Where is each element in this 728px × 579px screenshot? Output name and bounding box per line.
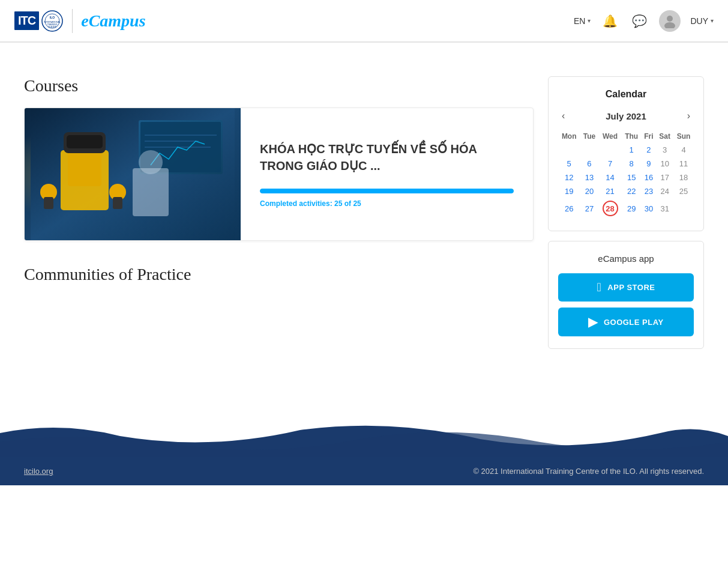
svg-text:CENTRE: CENTRE <box>48 26 57 28</box>
app-widget-title: eCampus app <box>558 253 694 264</box>
right-sidebar: Calendar ‹ July 2021 › Mon Tue Wed Thu F… <box>548 76 704 349</box>
svg-rect-22 <box>133 168 169 216</box>
calendar-week-row: 19202122232425 <box>558 184 694 198</box>
calendar-day-cell[interactable]: 4 <box>673 143 694 157</box>
calendar-day-cell[interactable]: 21 <box>599 184 622 198</box>
calendar-day-cell[interactable]: 2 <box>642 143 657 157</box>
calendar-week-row: 567891011 <box>558 157 694 171</box>
chevron-down-icon: ▾ <box>588 17 591 24</box>
calendar-day-cell[interactable]: 3 <box>656 143 673 157</box>
calendar-day-cell[interactable]: 9 <box>642 157 657 171</box>
calendar-day-cell[interactable]: 6 <box>580 157 598 171</box>
user-name-label: DUY <box>690 16 708 26</box>
calendar-day-cell[interactable]: 26 <box>558 198 580 219</box>
wave-svg <box>0 421 728 457</box>
calendar-day-cell[interactable]: 11 <box>673 157 694 171</box>
calendar-day-cell[interactable]: 24 <box>656 184 673 198</box>
avatar <box>659 10 681 32</box>
calendar-day-cell[interactable]: 18 <box>673 171 694 184</box>
header: ITC ILO INTERNATIONAL TRAINING CENTRE eC… <box>0 0 728 42</box>
course-image <box>25 108 241 240</box>
cal-header-fri: Fri <box>642 130 657 143</box>
notifications-button[interactable]: 🔔 <box>600 11 620 31</box>
svg-point-23 <box>139 150 163 174</box>
svg-text:ILO: ILO <box>50 16 55 19</box>
calendar-day-cell[interactable]: 5 <box>558 157 580 171</box>
calendar-day-cell[interactable]: 13 <box>580 171 598 184</box>
user-chevron-icon: ▾ <box>711 17 714 24</box>
calendar-day-cell[interactable]: 30 <box>642 198 657 219</box>
calendar-day-cell[interactable]: 31 <box>656 198 673 219</box>
completed-current: 25 <box>334 199 342 208</box>
progress-bar-fill <box>260 189 514 193</box>
calendar-day-cell[interactable]: 27 <box>580 198 598 219</box>
cal-header-tue: Tue <box>580 130 598 143</box>
calendar-day-cell[interactable]: 8 <box>622 157 642 171</box>
logo-divider <box>72 9 73 33</box>
calendar-day-cell[interactable]: 10 <box>656 157 673 171</box>
completed-total: 25 <box>353 199 361 208</box>
calendar-day-cell[interactable]: 14 <box>599 171 622 184</box>
calendar-next-button[interactable]: › <box>684 109 694 123</box>
calendar-day-cell[interactable]: 15 <box>622 171 642 184</box>
app-store-button[interactable]:  APP STORE <box>558 273 694 302</box>
calendar-week-row: 1234 <box>558 143 694 157</box>
calendar-day-cell[interactable]: 17 <box>656 171 673 184</box>
itc-combined-logo: ITC ILO INTERNATIONAL TRAINING CENTRE <box>14 10 64 32</box>
play-icon: ▶ <box>588 315 598 329</box>
cal-header-thu: Thu <box>622 130 642 143</box>
calendar-month-year: July 2021 <box>606 111 646 121</box>
footer-link[interactable]: itcilo.org <box>24 467 53 476</box>
course-card[interactable]: KHÓA HỌC TRỰC TUYẾN VỀ SỐ HÓA TRONG GIÁO… <box>24 108 534 241</box>
svg-rect-17 <box>67 135 103 148</box>
language-selector[interactable]: EN ▾ <box>574 16 591 26</box>
google-play-button[interactable]: ▶ GOOGLE PLAY <box>558 308 694 336</box>
cal-header-mon: Mon <box>558 130 580 143</box>
svg-rect-15 <box>68 150 101 186</box>
calendar-prev-button[interactable]: ‹ <box>558 109 568 123</box>
calendar-grid: Mon Tue Wed Thu Fri Sat Sun 123456789101… <box>558 130 694 219</box>
user-menu-button[interactable]: DUY ▾ <box>690 16 714 26</box>
today-indicator: 28 <box>603 201 618 216</box>
app-store-label: APP STORE <box>607 283 655 292</box>
messages-button[interactable]: 💬 <box>630 11 649 31</box>
footer-wave <box>0 421 728 457</box>
svg-point-7 <box>664 22 675 28</box>
logo-group: ITC ILO INTERNATIONAL TRAINING CENTRE eC… <box>14 9 146 33</box>
course-info: KHÓA HỌC TRỰC TUYẾN VỀ SỐ HÓA TRONG GIÁO… <box>241 108 533 240</box>
header-separator <box>0 42 728 43</box>
main-content: Courses <box>0 52 728 373</box>
calendar-day-cell[interactable]: 23 <box>642 184 657 198</box>
calendar-header-row: Mon Tue Wed Thu Fri Sat Sun <box>558 130 694 143</box>
cal-header-wed: Wed <box>599 130 622 143</box>
apple-icon:  <box>597 280 602 294</box>
calendar-day-cell[interactable]: 1 <box>622 143 642 157</box>
cal-header-sun: Sun <box>673 130 694 143</box>
calendar-week-row: 12131415161718 <box>558 171 694 184</box>
header-right: EN ▾ 🔔 💬 DUY ▾ <box>574 10 714 32</box>
calendar-day-cell[interactable]: 22 <box>622 184 642 198</box>
calendar-day-cell[interactable]: 7 <box>599 157 622 171</box>
courses-section-title: Courses <box>24 76 534 95</box>
calendar-widget: Calendar ‹ July 2021 › Mon Tue Wed Thu F… <box>548 76 704 231</box>
svg-rect-21 <box>113 197 122 209</box>
calendar-day-cell[interactable]: 19 <box>558 184 580 198</box>
footer-copyright: © 2021 International Training Centre of … <box>473 467 704 476</box>
calendar-day-cell[interactable]: 28 <box>599 198 622 219</box>
completed-activities-text: Completed activities: 25 of 25 <box>260 199 514 208</box>
calendar-day-cell[interactable]: 20 <box>580 184 598 198</box>
calendar-day-cell[interactable]: 16 <box>642 171 657 184</box>
progress-bar-container <box>260 189 514 193</box>
cal-header-sat: Sat <box>656 130 673 143</box>
course-title: KHÓA HỌC TRỰC TUYẾN VỀ SỐ HÓA TRONG GIÁO… <box>260 141 514 174</box>
calendar-day-cell <box>599 143 622 157</box>
calendar-day-cell[interactable]: 12 <box>558 171 580 184</box>
calendar-day-cell <box>558 143 580 157</box>
svg-point-6 <box>667 16 673 22</box>
course-image-inner <box>25 108 241 240</box>
language-label: EN <box>574 16 585 26</box>
itc-text: ITC <box>14 11 39 30</box>
calendar-day-cell[interactable]: 25 <box>673 184 694 198</box>
calendar-title: Calendar <box>558 89 694 100</box>
calendar-day-cell[interactable]: 29 <box>622 198 642 219</box>
